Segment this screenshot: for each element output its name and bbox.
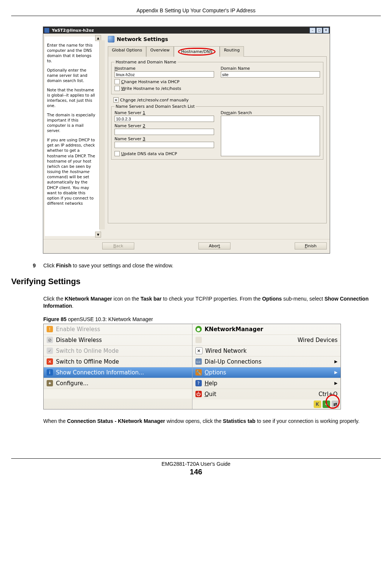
checkbox-update-dns-dhcp-label: Update DNS data via DHCP bbox=[121, 151, 177, 156]
menu-header-knetworkmanager: ●KNetworkManager bbox=[192, 324, 341, 335]
step-9-number: 9 bbox=[33, 263, 43, 269]
p1-b3: Options bbox=[262, 296, 282, 302]
tab-hostname-callout: Hostname/DNS bbox=[178, 48, 216, 56]
heading-verifying-settings: Verifying Settings bbox=[11, 277, 381, 286]
wireless-enable-icon: ! bbox=[47, 326, 53, 332]
submenu-arrow-icon: ▶ bbox=[335, 359, 338, 364]
wired-network-icon: ✕ bbox=[195, 347, 203, 354]
options-icon: 🔧 bbox=[195, 369, 202, 376]
p2-c: to see if your connection is working pro… bbox=[255, 418, 360, 424]
info-icon: i bbox=[47, 369, 53, 376]
p2-b: window opens, click the bbox=[165, 418, 223, 424]
online-mode-icon: ✓ bbox=[47, 348, 53, 354]
blank-icon bbox=[195, 337, 202, 343]
menu-options-label: Options bbox=[205, 369, 226, 376]
p2-b1: Connection Status - KNetwork Manager bbox=[67, 418, 165, 424]
figure-yast-network-settings: YaST2@linux-h2oz – ◻ ✕ Enter the name fo… bbox=[43, 26, 330, 254]
ns1-input[interactable] bbox=[115, 116, 214, 122]
hostname-input[interactable] bbox=[115, 71, 214, 78]
help-p1: Enter the name for this computer and the… bbox=[47, 43, 97, 64]
p1-f: . bbox=[72, 303, 73, 309]
checkbox-change-hostname-dhcp[interactable] bbox=[115, 79, 120, 84]
menu-switch-offline-label: Switch to Offline Mode bbox=[56, 358, 119, 365]
checkbox-change-resolv[interactable]: ✕ bbox=[113, 97, 119, 103]
titlebar-shade-icon[interactable] bbox=[305, 28, 310, 33]
step-9-pre: Click bbox=[43, 263, 56, 269]
domain-search-listbox[interactable] bbox=[221, 116, 320, 156]
p1-e: sub-menu, select bbox=[282, 296, 324, 302]
group-name-servers: Name Servers and Domain Search List Name… bbox=[111, 104, 323, 160]
section-title-text: Network Settings bbox=[117, 36, 168, 42]
app-icon bbox=[44, 28, 50, 33]
help-p4: The domain is especially important if th… bbox=[47, 112, 97, 134]
figure-85-caption: Figure 85 openSUSE 10.3: KNetwork Manage… bbox=[43, 316, 381, 322]
page-header: Appendix B Setting Up Your Computer's IP… bbox=[11, 7, 381, 16]
help-p5c: command) will be set automatically by th… bbox=[47, 175, 94, 205]
tab-routing[interactable]: Routing bbox=[220, 46, 244, 57]
scroll-down-icon[interactable]: ▼ bbox=[95, 232, 101, 238]
figure-knetworkmanager: !Enable Wireless ⊘Disable Wireless ✓Swit… bbox=[43, 324, 341, 409]
submenu-arrow-icon-2: ▶ bbox=[335, 370, 338, 375]
quit-icon: ⏻ bbox=[195, 391, 202, 397]
finish-button[interactable]: Finish bbox=[295, 242, 327, 249]
menu-configure[interactable]: ✦Configure... bbox=[44, 378, 192, 389]
domain-name-input[interactable] bbox=[221, 71, 320, 78]
ns2-input[interactable] bbox=[115, 129, 214, 135]
menu-header-label: KNetworkManager bbox=[205, 326, 263, 333]
domain-name-label: Domain Name bbox=[221, 66, 320, 71]
menu-switch-offline[interactable]: ✕Switch to Offline Mode bbox=[44, 357, 192, 367]
dialup-icon: ▭ bbox=[195, 358, 202, 365]
tray-k-icon[interactable]: K bbox=[314, 401, 321, 408]
help-text-pane: Enter the name for this computer and the… bbox=[45, 37, 100, 236]
help-p2: Optionally enter the name server list an… bbox=[47, 67, 97, 84]
network-settings-icon bbox=[108, 36, 115, 43]
help-icon: ? bbox=[195, 380, 202, 386]
menu-quit[interactable]: ⏻QuitCtrl+Q bbox=[192, 389, 341, 399]
ns3-label: Name Server 3 bbox=[115, 136, 214, 141]
help-p5a: If you are using DHCP to get an IP addre… bbox=[47, 138, 95, 174]
menu-dialup[interactable]: ▭Dial-Up Connections▶ bbox=[192, 357, 341, 367]
p1-d: to check your TCP/IP properties. From th… bbox=[161, 296, 262, 302]
menu-enable-wireless: !Enable Wireless bbox=[44, 324, 192, 335]
footer-page-number: 146 bbox=[11, 468, 381, 476]
close-button[interactable]: ✕ bbox=[323, 28, 329, 33]
checkbox-update-dns-dhcp[interactable] bbox=[115, 151, 120, 156]
tab-hostname-dns[interactable]: Hostname/DNS bbox=[174, 46, 220, 57]
menu-show-connection-info[interactable]: iShow Connection Information... bbox=[44, 367, 192, 378]
p1-c: icon on the bbox=[112, 296, 140, 302]
p2-a: When the bbox=[43, 418, 67, 424]
paragraph-verify-1: Click the KNetwork Manager icon on the T… bbox=[43, 295, 381, 310]
checkbox-write-etc-hosts[interactable] bbox=[115, 86, 120, 91]
ns3-input[interactable] bbox=[115, 142, 214, 148]
checkbox-change-resolv-label: Change /etc/resolv.conf manually bbox=[120, 98, 189, 103]
page-footer: EMG2881-T20A User's Guide 146 bbox=[11, 458, 381, 476]
ns1-label: Name Server 1 bbox=[115, 110, 214, 115]
menu-help[interactable]: ?Help▶ bbox=[192, 378, 341, 389]
step-9: 9 Click Finish to save your settings and… bbox=[33, 263, 381, 269]
menu-disable-wireless[interactable]: ⊘Disable Wireless bbox=[44, 335, 192, 346]
help-p3: Note that the hostname is global--it app… bbox=[47, 87, 97, 109]
window-titlebar: YaST2@linux-h2oz – ◻ ✕ bbox=[43, 27, 330, 34]
ns2-label: Name Server 2 bbox=[115, 123, 214, 128]
knetworkmanager-icon: ● bbox=[195, 326, 202, 332]
abort-button[interactable]: Abort bbox=[198, 242, 231, 249]
figure-85-text: openSUSE 10.3: KNetwork Manager bbox=[66, 316, 153, 322]
menu-disable-wireless-label: Disable Wireless bbox=[56, 337, 102, 343]
menu-wired-devices-label: Wired Devices bbox=[298, 337, 338, 343]
system-tray: K ✦ ⇄ bbox=[192, 399, 341, 409]
tab-global-options[interactable]: Global Options bbox=[108, 46, 146, 57]
maximize-button[interactable]: ◻ bbox=[316, 28, 322, 33]
menu-wired-network[interactable]: ✕Wired Network bbox=[192, 346, 341, 357]
p1-b2: Task bar bbox=[141, 296, 162, 302]
menu-options[interactable]: 🔧Options▶ bbox=[192, 367, 341, 378]
menu-quit-label: Quit bbox=[205, 391, 216, 398]
left-blank bbox=[44, 389, 192, 399]
wireless-disable-icon: ⊘ bbox=[47, 337, 53, 343]
minimize-button[interactable]: – bbox=[310, 28, 316, 33]
step-9-post: to save your settings and close the wind… bbox=[71, 263, 173, 269]
group-hostname-legend: Hostname and Domain Name bbox=[115, 60, 178, 65]
tab-overview[interactable]: Overview bbox=[146, 46, 174, 57]
menu-show-connection-info-label: Show Connection Information... bbox=[56, 369, 144, 376]
p1-a: Click the bbox=[43, 296, 65, 302]
offline-mode-icon: ✕ bbox=[47, 358, 53, 365]
